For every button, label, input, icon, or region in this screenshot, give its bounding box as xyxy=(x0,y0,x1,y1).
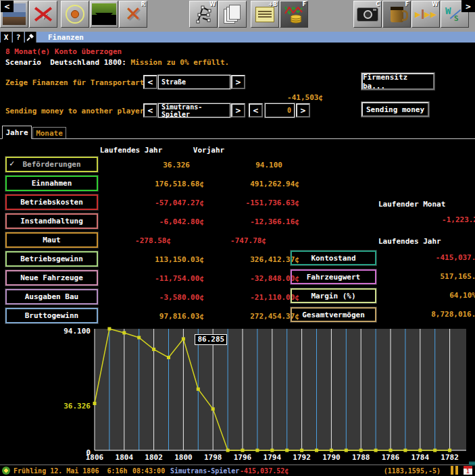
railway-network-tool-button[interactable]: W xyxy=(189,1,218,28)
calendar-icon: 1 xyxy=(464,466,472,475)
transport-next-button[interactable]: > xyxy=(231,75,245,89)
current-value-einnahmen: 176,518.68¢ xyxy=(95,180,204,188)
pause-indicator-bar xyxy=(455,466,458,475)
headquarters-button[interactable]: Firmensitz ba... xyxy=(361,73,434,90)
transport-combobox[interactable]: Straße xyxy=(158,75,230,89)
svg-text:1792: 1792 xyxy=(293,453,311,462)
tab-jahre[interactable]: Jahre xyxy=(2,126,32,139)
fast-forward-icon: ▶▶▶ xyxy=(415,8,436,20)
player-combobox[interactable]: Simutrans-Spieler xyxy=(158,103,230,117)
row-label: Maut xyxy=(43,236,61,244)
side-button-margin[interactable]: Margin (%) xyxy=(291,288,376,303)
transport-balance: -41,503¢ xyxy=(255,93,323,102)
svg-text:1786: 1786 xyxy=(382,453,400,462)
side-value-margin: 64,10% xyxy=(449,291,475,300)
row-label: Neue Fahrzeuge xyxy=(20,273,83,282)
finance-row-button-neue-fahrzeuge[interactable]: Neue Fahrzeuge xyxy=(5,270,98,286)
pause-indicator-bar xyxy=(451,466,453,475)
current-month-value: -1,223.2 xyxy=(442,215,475,224)
previous-value-betriebsgewinn: 326,412.37¢ xyxy=(191,255,299,264)
current-value-instandhaltung: -6,042.80¢ xyxy=(95,217,204,226)
network-time: 08:43:00 xyxy=(132,467,165,475)
finance-row-button-befoerderungen[interactable]: ✓Beförderungen xyxy=(5,157,98,172)
previous-value-bruttogewinn: 272,454.37¢ xyxy=(191,312,299,321)
scenario-line: Scenario Deutschland 1800: Mission zu 0%… xyxy=(5,58,229,67)
shortcut-label: +B xyxy=(268,1,277,7)
camera-icon xyxy=(357,7,378,22)
pause-tool-button[interactable]: F xyxy=(382,1,411,28)
amount-decrease-button[interactable]: < xyxy=(249,103,263,117)
lists-tool-button[interactable] xyxy=(218,1,247,28)
svg-text:1784: 1784 xyxy=(411,453,430,462)
remove-tool-button[interactable]: ✕R xyxy=(119,1,147,28)
pin-button[interactable] xyxy=(25,32,36,43)
amount-increase-button[interactable]: > xyxy=(296,103,310,117)
player-prev-button[interactable]: < xyxy=(143,103,157,117)
message-ticker-tool-button[interactable]: +B xyxy=(251,1,279,28)
row-label: Beförderungen xyxy=(22,160,80,169)
player-next-button[interactable]: > xyxy=(231,103,245,117)
fast-forward-tool-button[interactable]: ▶▶▶W xyxy=(411,1,440,28)
svg-text:1796: 1796 xyxy=(234,453,252,462)
side-button-fahrzeugwert[interactable]: Fahrzeugwert xyxy=(291,269,376,284)
current-value-betriebsgewinn: 113,150.03¢ xyxy=(95,255,204,264)
finance-row-button-bruttogewinn[interactable]: Bruttogewinn xyxy=(5,308,98,323)
send-money-button[interactable]: Sending money xyxy=(361,102,429,117)
svg-text:1794: 1794 xyxy=(264,453,282,462)
toolbar-scroll-right-button[interactable]: > xyxy=(461,0,475,12)
amount-input[interactable]: 0 xyxy=(265,103,295,117)
svg-text:94.100: 94.100 xyxy=(64,327,91,336)
tab-monate[interactable]: Monate xyxy=(32,127,66,139)
side-button-gesamtvermoegen[interactable]: Gesamtvermögen xyxy=(291,307,376,322)
previous-value-maut: -747.78¢ xyxy=(191,236,266,245)
svg-text:0: 0 xyxy=(86,448,91,457)
help-button[interactable]: ? xyxy=(13,32,24,43)
finance-row-button-betriebskosten[interactable]: Betriebskosten xyxy=(5,194,98,210)
finance-chart-icon xyxy=(283,4,305,24)
finance-row-button-ausgaben-bau[interactable]: Ausgaben Bau xyxy=(5,289,98,305)
current-value-betriebskosten: -57,047.27¢ xyxy=(95,199,204,207)
chart-tooltip: 86.285 xyxy=(195,334,227,345)
finances-tool-button[interactable]: F xyxy=(280,1,308,28)
status-bar: Frühling 12. Mai 1806 6:16h 08:43:00 Sim… xyxy=(0,465,475,476)
pin-icon xyxy=(26,33,34,41)
finance-chart[interactable]: 1806180418021800179817961794179217901788… xyxy=(0,324,475,462)
svg-text:1788: 1788 xyxy=(352,453,370,462)
svg-text:1798: 1798 xyxy=(204,453,222,462)
no-plane-tool-button[interactable]: ✈ xyxy=(29,1,57,28)
circle-marker-icon xyxy=(66,5,84,24)
side-button-kontostand[interactable]: Kontostand xyxy=(291,250,376,265)
send-money-label: Sending money to another player xyxy=(5,107,144,115)
side-button-label: Kontostand xyxy=(311,254,355,263)
finance-window-titlebar[interactable]: X ? Finanzen xyxy=(0,32,475,43)
screenshot-tool-button[interactable]: C xyxy=(353,1,382,28)
previous-value-neue-fahrzeuge: -32,848.00¢ xyxy=(191,274,299,283)
railway-network-icon xyxy=(194,5,213,24)
toolbar-scroll-left-button[interactable]: < xyxy=(1,1,14,12)
current-year-header: Laufendes Jahr xyxy=(378,237,441,246)
current-value-ausgaben-bau: -3,580.00¢ xyxy=(95,293,204,302)
side-value-gesamtvermoegen: 8,728,016.1 xyxy=(431,310,475,319)
circle-marker-tool-button[interactable] xyxy=(61,1,89,28)
main-toolbar: ✈ ✕R W +B F C F ▶▶▶W WS < > xyxy=(0,0,475,32)
scenario-status: Mission zu 0% erfüllt. xyxy=(130,58,229,67)
note-icon xyxy=(255,7,274,22)
side-value-fahrzeugwert: 517,165.4 xyxy=(440,272,475,281)
lower-terrain-icon xyxy=(92,3,116,25)
stacked-papers-icon xyxy=(223,5,242,24)
lower-terrain-tool-button[interactable] xyxy=(90,1,118,28)
previous-value-betriebskosten: -151,736.63¢ xyxy=(191,199,299,207)
finance-row-button-betriebsgewinn[interactable]: Betriebsgewinn xyxy=(5,251,98,267)
close-button[interactable]: X xyxy=(1,32,12,43)
svg-text:36.326: 36.326 xyxy=(64,402,91,411)
svg-text:1802: 1802 xyxy=(145,453,163,462)
transport-prev-button[interactable]: < xyxy=(143,75,157,89)
side-value-kontostand: -415,037.5 xyxy=(436,253,475,262)
row-label: Ausgaben Bau xyxy=(25,292,78,301)
shortcut-label: W xyxy=(209,1,216,7)
check-icon: ✓ xyxy=(9,159,14,168)
finance-row-button-maut[interactable]: Maut xyxy=(5,232,98,248)
finance-row-button-einnahmen[interactable]: Einnahmen xyxy=(5,176,98,191)
shortcut-label: C xyxy=(376,1,380,7)
finance-row-button-instandhaltung[interactable]: Instandhaltung xyxy=(5,213,98,229)
